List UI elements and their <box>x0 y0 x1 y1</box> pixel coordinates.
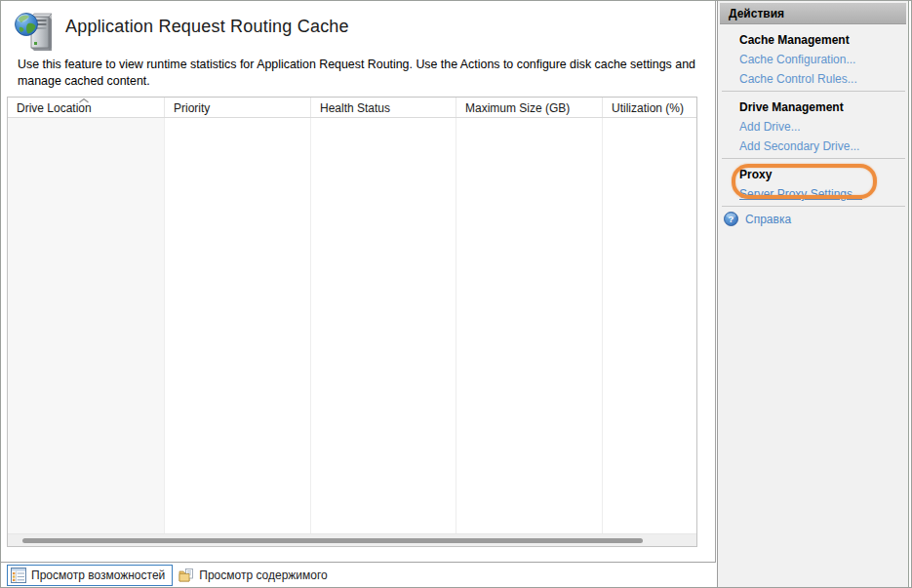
group-heading-drive-management: Drive Management <box>739 100 908 114</box>
group-heading-cache-management: Cache Management <box>739 33 908 47</box>
column-body-drive-location <box>8 118 165 533</box>
tab-features-view[interactable]: Просмотр возможностей <box>7 565 173 586</box>
actions-pane-title: Действия <box>720 3 906 24</box>
column-body-health-status <box>311 118 456 533</box>
tab-content-view[interactable]: Просмотр содержимого <box>175 565 335 586</box>
content-view-icon <box>178 568 194 583</box>
column-header-utilization[interactable]: Utilization (%) <box>603 98 696 117</box>
help-label: Справка <box>745 213 791 226</box>
column-body-priority <box>165 118 311 533</box>
view-tabbar: Просмотр возможностей Просмотр содержимо… <box>7 565 336 586</box>
actions-pane: Действия Cache Management Cache Configur… <box>717 1 909 588</box>
link-add-drive[interactable]: Add Drive... <box>739 120 908 134</box>
cache-drives-listview: Drive Location Priority Health Status Ma… <box>7 97 697 547</box>
help-link[interactable]: ? Справка <box>724 212 908 226</box>
link-server-proxy-settings[interactable]: Server Proxy Settings... <box>739 187 908 201</box>
column-body-maximum-size <box>456 118 603 533</box>
horizontal-scrollbar-thumb[interactable] <box>22 538 643 543</box>
svg-text:?: ? <box>729 214 734 224</box>
column-header-maximum-size[interactable]: Maximum Size (GB) <box>456 98 603 117</box>
feature-view-panel: Application Request Routing Cache Use th… <box>1 1 716 563</box>
feature-description: Use this feature to view runtime statist… <box>18 57 700 90</box>
arr-cache-feature-page: Application Request Routing Cache Use th… <box>0 0 912 588</box>
link-cache-configuration[interactable]: Cache Configuration... <box>739 53 908 66</box>
link-cache-control-rules[interactable]: Cache Control Rules... <box>739 72 908 86</box>
divider <box>722 206 905 207</box>
column-body-utilization <box>603 118 696 533</box>
horizontal-scrollbar[interactable] <box>8 533 696 546</box>
tab-content-view-label: Просмотр содержимого <box>199 568 327 582</box>
divider <box>722 158 905 159</box>
sort-ascending-icon <box>78 98 90 103</box>
help-icon: ? <box>724 212 738 226</box>
tab-features-view-label: Просмотр возможностей <box>31 568 165 582</box>
features-view-icon <box>11 568 26 583</box>
listview-body-empty <box>8 118 696 533</box>
group-heading-proxy: Proxy <box>739 168 908 181</box>
arr-server-globe-icon <box>14 11 57 54</box>
page-title: Application Request Routing Cache <box>65 17 349 37</box>
listview-header: Drive Location Priority Health Status Ma… <box>8 98 696 118</box>
column-header-priority[interactable]: Priority <box>165 98 311 117</box>
divider <box>722 91 905 92</box>
column-header-health-status[interactable]: Health Status <box>311 98 456 117</box>
link-add-secondary-drive[interactable]: Add Secondary Drive... <box>739 139 908 153</box>
